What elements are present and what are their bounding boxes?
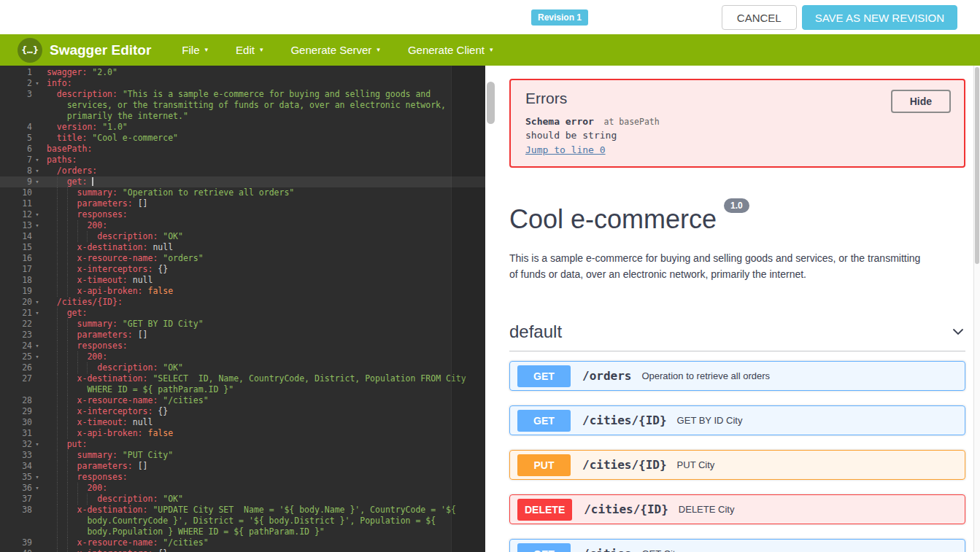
code-line[interactable]: 12▾responses: bbox=[0, 209, 485, 220]
fold-arrow-icon[interactable]: ▾ bbox=[32, 297, 42, 308]
code-line[interactable]: 3description: "This is a sample e-commer… bbox=[0, 89, 485, 122]
menu-edit[interactable]: Edit▾ bbox=[227, 39, 271, 61]
code-line[interactable]: 18x-timeout: null bbox=[0, 275, 485, 286]
fold-arrow-icon[interactable]: ▾ bbox=[32, 483, 42, 494]
code-line[interactable]: 23parameters: [] bbox=[0, 330, 485, 341]
fold-arrow-icon[interactable]: ▾ bbox=[32, 209, 42, 220]
fold-arrow-icon[interactable]: ▾ bbox=[32, 155, 42, 166]
code-line[interactable]: 2▾info: bbox=[0, 78, 485, 89]
fold-arrow-icon[interactable]: ▾ bbox=[32, 341, 42, 351]
preview-scrollbar[interactable] bbox=[973, 66, 980, 552]
line-gutter: 8▾ bbox=[0, 166, 42, 176]
code-line[interactable]: 34parameters: [] bbox=[0, 461, 485, 472]
fold-arrow-icon[interactable]: ▾ bbox=[32, 439, 42, 450]
menu-generate-server[interactable]: Generate Server▾ bbox=[282, 39, 388, 61]
caret-down-icon: ▾ bbox=[490, 47, 493, 53]
code-line[interactable]: 32▾put: bbox=[0, 439, 485, 450]
fold-arrow-icon[interactable]: ▾ bbox=[32, 220, 42, 231]
line-gutter: 18 bbox=[0, 275, 42, 286]
code-line[interactable]: 35▾responses: bbox=[0, 472, 485, 483]
operation-path: /cities bbox=[582, 547, 631, 552]
operation-path: /cities/{ID} bbox=[582, 413, 667, 427]
code-line[interactable]: 13▾200: bbox=[0, 220, 485, 231]
hide-errors-button[interactable]: Hide bbox=[891, 90, 951, 113]
code-line[interactable]: 19x-api-broken: false bbox=[0, 286, 485, 297]
fold-arrow-icon[interactable]: ▾ bbox=[32, 166, 42, 176]
operation-get--cities[interactable]: GET/citiesGET City bbox=[509, 539, 965, 552]
api-title: Cool e-commerce1.0 bbox=[509, 204, 965, 235]
code-line[interactable]: 6basePath: bbox=[0, 144, 485, 155]
yaml-code-editor[interactable]: 1swagger: "2.0"2▾info:3description: "Thi… bbox=[0, 66, 485, 552]
error-type: Schema error bbox=[525, 116, 594, 127]
code-line[interactable]: 5title: "Cool e-commerce" bbox=[0, 133, 485, 144]
jump-to-line-link[interactable]: Jump to line 0 bbox=[525, 144, 606, 155]
code-line[interactable]: 21▾get: bbox=[0, 308, 485, 319]
menu-bar: File▾Edit▾Generate Server▾Generate Clien… bbox=[173, 39, 501, 61]
line-gutter: 27 bbox=[0, 373, 42, 395]
code-line[interactable]: 31x-api-broken: false bbox=[0, 428, 485, 439]
editor-scrollbar-thumb[interactable] bbox=[487, 82, 495, 124]
error-location: at basePath bbox=[604, 117, 660, 127]
code-line[interactable]: 29x-interceptors: {} bbox=[0, 406, 485, 417]
save-as-new-revision-button[interactable]: SAVE AS NEW REVISION bbox=[802, 5, 957, 30]
code-line[interactable]: 39x-resource-name: "/cities" bbox=[0, 537, 485, 548]
fold-arrow-icon[interactable]: ▾ bbox=[32, 351, 42, 362]
cancel-button[interactable]: CANCEL bbox=[722, 5, 797, 30]
code-line[interactable]: 20▾/cities/{ID}: bbox=[0, 297, 485, 308]
swagger-logo-icon: {…} bbox=[18, 38, 42, 63]
operation-get--orders[interactable]: GET/ordersOperation to retrieve all orde… bbox=[509, 361, 965, 391]
code-line[interactable]: 30x-timeout: null bbox=[0, 417, 485, 428]
code-line[interactable]: 36▾200: bbox=[0, 483, 485, 494]
code-line[interactable]: 11parameters: [] bbox=[0, 198, 485, 209]
fold-arrow-icon[interactable]: ▾ bbox=[32, 78, 42, 89]
code-line[interactable]: 16x-resource-name: "orders" bbox=[0, 253, 485, 264]
fold-arrow-icon[interactable]: ▾ bbox=[32, 176, 42, 187]
code-line[interactable]: 15x-destination: null bbox=[0, 242, 485, 253]
code-line[interactable]: 7▾paths: bbox=[0, 155, 485, 166]
code-line[interactable]: 37description: "OK" bbox=[0, 494, 485, 505]
line-gutter: 17 bbox=[0, 264, 42, 275]
code-line[interactable]: 25▾200: bbox=[0, 351, 485, 362]
error-message: should be string bbox=[525, 130, 949, 141]
code-line[interactable]: 4version: "1.0" bbox=[0, 122, 485, 133]
code-line[interactable]: 17x-interceptors: {} bbox=[0, 264, 485, 275]
line-number: 17 bbox=[3, 264, 32, 275]
line-number: 24 bbox=[3, 341, 32, 351]
line-gutter: 19 bbox=[0, 286, 42, 297]
preview-scrollbar-thumb[interactable] bbox=[975, 67, 979, 264]
editor-scrollbar[interactable] bbox=[485, 66, 496, 552]
code-line[interactable]: 28x-resource-name: "/cities" bbox=[0, 395, 485, 406]
fold-arrow-icon[interactable]: ▾ bbox=[32, 472, 42, 483]
fold-arrow-icon[interactable]: ▾ bbox=[32, 308, 42, 319]
code-line[interactable]: 22summary: "GET BY ID City" bbox=[0, 319, 485, 330]
api-info-section: Cool e-commerce1.0 This is a sample e-co… bbox=[509, 204, 965, 282]
revision-badge: Revision 1 bbox=[531, 9, 588, 26]
operation-get--cities-ID-[interactable]: GET/cities/{ID}GET BY ID City bbox=[509, 405, 965, 435]
api-docs-preview: Errors Hide Schema error at basePath sho… bbox=[496, 66, 980, 552]
code-line[interactable]: 14description: "OK" bbox=[0, 231, 485, 242]
line-number: 21 bbox=[3, 308, 32, 319]
line-number: 20 bbox=[3, 297, 32, 308]
code-line[interactable]: 27x-destination: "SELECT ID, Name, Count… bbox=[0, 373, 485, 395]
code-line[interactable]: 40x-interceptors: {} bbox=[0, 548, 485, 552]
swagger-editor-app: Revision 1 CANCEL SAVE AS NEW REVISION {… bbox=[0, 0, 980, 552]
code-line[interactable]: 24▾responses: bbox=[0, 341, 485, 351]
code-line[interactable]: 38x-destination: "UPDATE City SET Name =… bbox=[0, 505, 485, 537]
line-gutter: 14 bbox=[0, 231, 42, 242]
code-line[interactable]: 10summary: "Operation to retrieve all or… bbox=[0, 187, 485, 198]
code-line[interactable]: 1swagger: "2.0" bbox=[0, 67, 485, 78]
line-number: 33 bbox=[3, 450, 32, 461]
menu-file[interactable]: File▾ bbox=[173, 39, 217, 61]
code-line[interactable]: 8▾/orders: bbox=[0, 166, 485, 176]
code-line[interactable]: 26description: "OK" bbox=[0, 362, 485, 373]
line-gutter: 35▾ bbox=[0, 472, 42, 483]
tag-header-default[interactable]: default bbox=[509, 322, 965, 351]
chevron-down-icon[interactable] bbox=[951, 324, 965, 339]
menu-generate-client[interactable]: Generate Client▾ bbox=[399, 39, 502, 61]
code-line[interactable]: 9▾get: bbox=[0, 176, 485, 187]
caret-down-icon: ▾ bbox=[377, 47, 380, 53]
operation-delete--cities-ID-[interactable]: DELETE/cities/{ID}DELETE City bbox=[509, 494, 965, 524]
operation-put--cities-ID-[interactable]: PUT/cities/{ID}PUT City bbox=[509, 450, 965, 480]
code-line[interactable]: 33summary: "PUT City" bbox=[0, 450, 485, 461]
line-number: 27 bbox=[3, 373, 32, 395]
